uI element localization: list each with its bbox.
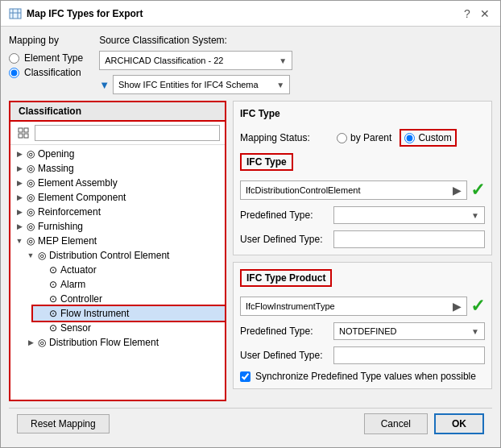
node-icon-reinforcement: ◎	[27, 206, 35, 218]
node-icon-actuator: ⊙	[49, 264, 57, 276]
tree-item-reinforcement[interactable]: ▶ ◎ Reinforcement	[10, 205, 225, 219]
ifc-type-label-box: IFC Type	[240, 153, 293, 171]
predefined-type-row: Predefined Type: ▼	[240, 206, 485, 224]
ifc-product-entity-dropdown[interactable]: IfcFlowInstrumentType ▶	[240, 297, 467, 316]
svg-rect-7	[24, 134, 28, 138]
classification-label: Classification	[24, 67, 81, 78]
node-icon-dist-flow-element: ◎	[38, 337, 46, 348]
expand-icon-element-component: ▶	[14, 193, 25, 201]
ifc-type-label-wrapper: IFC Type	[240, 153, 485, 174]
search-input[interactable]	[35, 125, 220, 141]
source-classification-dropdown[interactable]: ARCHICAD Classification - 22 ▼	[99, 51, 292, 70]
filter-dropdown-value: Show IFC Entities for IFC4 Schema	[118, 80, 259, 89]
node-icon-controller: ⊙	[49, 293, 57, 305]
ifc-product-entity-value: IfcFlowInstrumentType	[246, 301, 335, 311]
predefined-type-product-label: Predefined Type:	[240, 326, 329, 337]
user-defined-type-row: User Defined Type:	[240, 230, 485, 248]
user-defined-type-product-input[interactable]	[333, 346, 485, 364]
ok-button[interactable]: OK	[434, 413, 484, 434]
svg-rect-6	[19, 134, 23, 138]
tree-item-element-assembly[interactable]: ▶ ◎ Element Assembly	[10, 176, 225, 190]
close-button[interactable]: ✕	[478, 6, 492, 21]
predefined-type-product-dropdown-arrow-icon: ▼	[471, 327, 479, 336]
expand-icon-sensor	[36, 324, 48, 332]
expand-icon-furnishing: ▶	[14, 222, 25, 230]
predefined-type-product-dropdown[interactable]: NOTDEFINED ▼	[333, 322, 485, 340]
expand-icon-actuator	[36, 266, 48, 274]
tree-label-furnishing: Furnishing	[38, 221, 83, 232]
tree-item-distribution-control[interactable]: ▼ ◎ Distribution Control Element	[22, 248, 225, 263]
filter-dropdown[interactable]: Show IFC Entities for IFC4 Schema ▼	[113, 75, 290, 94]
ifc-entity-row: IfcDistributionControlElement ▶ ✓	[240, 180, 485, 200]
custom-radio[interactable]	[404, 133, 415, 143]
tree-item-furnishing[interactable]: ▶ ◎ Furnishing	[10, 219, 225, 234]
ifc-product-entity-arrow-icon: ▶	[453, 300, 462, 313]
classification-radio[interactable]	[9, 68, 19, 78]
tree-item-mep-element[interactable]: ▼ ◎ MEP Element	[10, 234, 225, 248]
predefined-type-label: Predefined Type:	[240, 209, 329, 221]
tree-item-massing[interactable]: ▶ ◎ Massing	[10, 161, 225, 176]
expand-icon-massing: ▶	[14, 164, 25, 172]
ifc-product-label-wrapper: IFC Type Product	[240, 269, 485, 290]
tree-item-controller[interactable]: ⊙ Controller	[33, 292, 225, 306]
by-parent-label: by Parent	[350, 132, 391, 143]
source-dropdown-arrow-icon: ▼	[279, 56, 287, 65]
tree-item-flow-instrument[interactable]: ⊙ Flow Instrument	[33, 306, 225, 321]
tree-label-massing: Massing	[38, 163, 74, 174]
source-classification-label: Source Classification System:	[99, 35, 492, 46]
tree-item-alarm[interactable]: ⊙ Alarm	[33, 277, 225, 292]
custom-label: Custom	[418, 132, 451, 143]
source-section: Source Classification System: ARCHICAD C…	[99, 35, 492, 94]
filter-row: ▼ Show IFC Entities for IFC4 Schema ▼	[99, 75, 492, 94]
map-icon	[9, 7, 22, 20]
element-type-radio-label[interactable]: Element Type	[9, 52, 83, 64]
tree-area[interactable]: ▶ ◎ Opening ▶ ◎ Massing ▶ ◎ Element Asse…	[10, 145, 225, 400]
ifc-product-section: IFC Type Product IfcFlowInstrumentType ▶…	[233, 262, 492, 389]
node-icon-flow-instrument: ⊙	[49, 308, 57, 319]
user-defined-type-label: User Defined Type:	[240, 234, 329, 245]
distribution-control-children: ⊙ Actuator ⊙ Alarm ⊙ Con	[22, 263, 225, 335]
by-parent-radio[interactable]	[337, 133, 347, 143]
ifc-product-label-box: IFC Type Product	[240, 269, 332, 287]
reset-mapping-button[interactable]: Reset Mapping	[17, 414, 110, 433]
left-panel: Classification ▶	[9, 101, 226, 401]
cancel-button[interactable]: Cancel	[364, 413, 428, 434]
tree-label-flow-instrument: Flow Instrument	[60, 308, 129, 319]
predefined-type-dropdown-arrow-icon: ▼	[471, 211, 479, 220]
element-type-radio[interactable]	[9, 53, 19, 64]
dialog-body: Mapping by Element Type Classification S…	[1, 27, 500, 447]
ifc-product-check-icon: ✓	[470, 297, 485, 315]
tree-item-opening[interactable]: ▶ ◎ Opening	[10, 147, 225, 161]
expand-icon-reinforcement: ▶	[14, 208, 25, 216]
tree-item-actuator[interactable]: ⊙ Actuator	[33, 263, 225, 277]
tree-item-dist-flow-element[interactable]: ▶ ◎ Distribution Flow Element	[22, 335, 225, 350]
node-icon-furnishing: ◎	[27, 221, 35, 232]
svg-rect-4	[19, 128, 23, 132]
tree-item-sensor[interactable]: ⊙ Sensor	[33, 321, 225, 335]
tree-item-element-component[interactable]: ▶ ◎ Element Component	[10, 190, 225, 205]
user-defined-type-input[interactable]	[333, 230, 485, 248]
by-parent-radio-label[interactable]: by Parent	[337, 132, 391, 143]
help-button[interactable]: ?	[460, 6, 474, 21]
tree-label-sensor: Sensor	[60, 322, 91, 334]
predefined-type-dropdown[interactable]: ▼	[333, 206, 485, 224]
filter-dropdown-arrow-icon: ▼	[276, 81, 284, 89]
expand-icon-mep-element: ▼	[14, 237, 25, 245]
expand-icon-distribution-control: ▼	[25, 251, 36, 259]
tree-label-element-assembly: Element Assembly	[38, 177, 118, 189]
right-panel: IFC Type Mapping Status: by Parent	[233, 101, 492, 401]
classification-radio-label[interactable]: Classification	[9, 67, 83, 78]
element-type-label: Element Type	[24, 52, 83, 64]
svg-rect-5	[24, 128, 28, 132]
custom-radio-label[interactable]: Custom	[404, 132, 451, 143]
node-icon-mep-element: ◎	[27, 235, 35, 247]
classification-tab[interactable]: Classification	[10, 102, 225, 122]
mep-children: ▼ ◎ Distribution Control Element ⊙ Actua…	[10, 248, 225, 350]
sync-checkbox[interactable]	[240, 371, 250, 382]
tree-label-actuator: Actuator	[60, 264, 97, 276]
ifc-entity-dropdown[interactable]: IfcDistributionControlElement ▶	[240, 180, 467, 200]
custom-radio-box: Custom	[400, 129, 456, 147]
tree-label-alarm: Alarm	[60, 279, 85, 290]
expand-all-button[interactable]	[15, 125, 31, 141]
ifc-entity-value: IfcDistributionControlElement	[246, 185, 360, 195]
